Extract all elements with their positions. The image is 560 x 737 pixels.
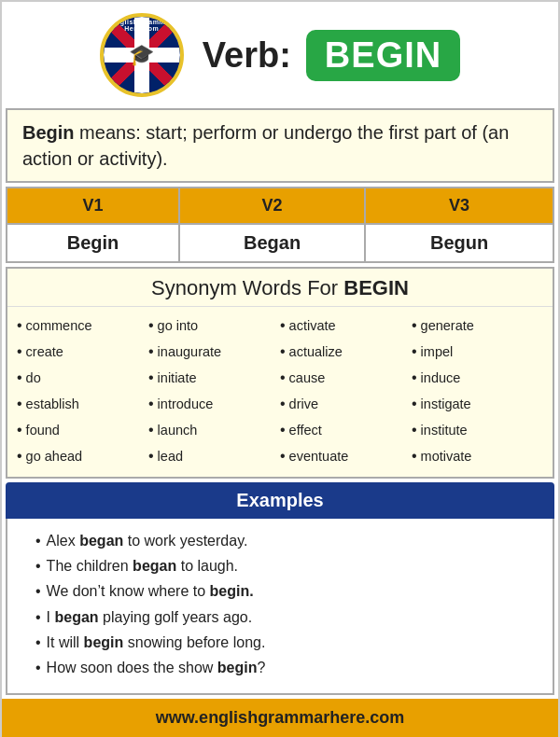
synonym-word: establish [26,395,79,415]
list-item: •inaugurate [148,341,280,363]
list-item: •impel [412,341,543,363]
example-text: How soon does the show begin? [47,655,266,680]
list-item: •effect [280,419,412,441]
synonym-col-1: •commence •create •do •establish •found … [17,314,148,467]
example-bold: began [79,533,123,549]
example-bold: began [133,558,176,574]
list-item: •induce [412,367,543,389]
list-item: •cause [280,367,412,389]
example-bold: began [55,609,99,625]
synonym-word: introduce [158,395,214,415]
example-prefix: We don’t know where to [47,583,210,599]
synonym-word: commence [26,316,92,337]
synonym-word: activate [289,316,336,337]
verb-forms-table: V1 V2 V3 Begin Began Begun [6,187,554,263]
synonym-word: motivate [421,447,472,467]
bullet-icon: • [148,314,154,337]
list-item: • Alex began to work yesterday. [35,528,525,553]
list-item: •generate [412,314,543,337]
bullet-icon: • [280,419,286,441]
bullet-icon: • [412,393,417,415]
list-item: •lead [148,445,280,467]
example-prefix: It will [47,634,84,650]
list-item: •establish [17,393,148,415]
synonym-word: impel [421,342,454,363]
bullet-icon: • [280,314,286,337]
synonym-grid: •commence •create •do •establish •found … [7,307,553,477]
synonym-word: instigate [421,395,471,415]
bullet-icon: • [280,367,286,389]
logo-icon: 🎓 [129,43,154,67]
list-item: •go into [148,314,280,337]
definition-text: means: start; perform or undergo the fir… [22,122,509,169]
synonym-word: launch [158,421,198,441]
synonym-word: initiate [158,368,197,389]
example-suffix: playing golf years ago. [99,609,253,625]
example-text: I began playing golf years ago. [47,605,253,630]
list-item: •go ahead [17,445,148,467]
list-item: •launch [148,419,280,441]
bullet-icon: • [35,553,41,578]
synonym-word: eventuate [289,447,349,467]
synonym-title-word: BEGIN [343,276,409,299]
bullet-icon: • [148,341,154,363]
bullet-icon: • [17,341,22,363]
example-text: Alex began to work yesterday. [47,528,248,553]
list-item: •initiate [148,367,280,389]
list-item: •commence [17,314,148,337]
bullet-icon: • [17,419,22,441]
bullet-icon: • [148,419,154,441]
example-suffix: snowing before long. [123,634,265,650]
synonym-word: generate [421,316,474,337]
synonym-word: actualize [289,342,343,363]
synonym-word: inaugurate [158,342,222,363]
example-bold: begin [217,660,258,675]
example-bold: begin. [210,583,254,599]
footer: www.englishgrammarhere.com [2,699,558,737]
example-suffix: to work yesterday. [123,533,247,549]
list-item: • I began playing golf years ago. [35,605,525,630]
example-suffix: to laugh. [176,558,238,574]
list-item: •instigate [412,393,543,415]
example-text: We don’t know where to begin. [47,578,254,604]
list-item: •activate [280,314,412,337]
synonym-title: Synonym Words For BEGIN [7,269,553,307]
list-item: •actualize [280,341,412,363]
verb-word: BEGIN [306,30,460,81]
example-bold: begin [84,634,124,650]
bullet-icon: • [35,630,41,655]
logo: English Grammar Here.Com 🎓 [100,13,184,97]
synonym-word: induce [421,368,461,389]
synonym-word: go ahead [26,447,82,467]
v1-header: V1 [7,188,179,224]
examples-title: Examples [6,482,554,519]
bullet-icon: • [412,445,417,467]
synonym-col-2: •go into •inaugurate •initiate •introduc… [148,314,280,467]
list-item: •institute [412,419,543,441]
synonym-title-prefix: Synonym Words For [151,276,343,299]
synonym-word: institute [421,421,468,441]
examples-list: • Alex began to work yesterday. • The ch… [6,519,554,695]
list-item: • How soon does the show begin? [35,655,525,680]
synonym-word: create [26,342,63,363]
example-text: The children began to laugh. [47,553,238,578]
bullet-icon: • [412,341,417,363]
bullet-icon: • [280,341,286,363]
header-title-area: Verb: BEGIN [203,30,460,81]
bullet-icon: • [35,605,41,630]
synonym-word: found [26,421,60,441]
bullet-icon: • [17,445,22,467]
examples-section: Examples • Alex began to work yesterday.… [6,482,554,695]
bullet-icon: • [17,367,22,389]
synonym-word: go into [158,316,199,337]
bullet-icon: • [17,314,22,337]
synonym-word: drive [289,395,318,415]
bullet-icon: • [412,367,417,389]
v3-header: V3 [365,188,553,224]
v3-value: Begun [365,224,553,262]
list-item: • It will begin snowing before long. [35,630,525,655]
page-header: English Grammar Here.Com 🎓 Verb: BEGIN [2,2,558,108]
list-item: •motivate [412,445,543,467]
bullet-icon: • [35,578,41,604]
list-item: •do [17,367,148,389]
